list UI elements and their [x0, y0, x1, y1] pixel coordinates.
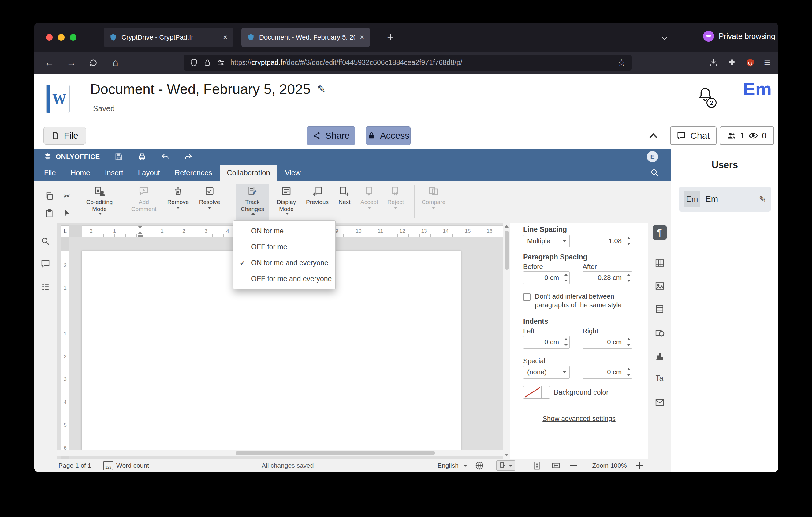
close-tab-icon[interactable]: ×	[223, 33, 228, 42]
redo-icon[interactable]	[184, 153, 193, 161]
fullscreen-window-button[interactable]	[70, 34, 77, 41]
bookmark-star-icon[interactable]: ☆	[617, 57, 626, 68]
menu-item-on-for-everyone[interactable]: ✓ON for me and everyone	[233, 255, 335, 271]
previous-change-button[interactable]: Previous	[301, 184, 333, 220]
extensions-icon[interactable]	[727, 58, 736, 67]
list-tabs-button[interactable]	[662, 35, 668, 38]
comments-panel-icon[interactable]	[41, 259, 50, 269]
url-text[interactable]: https://cryptpad.fr/doc/#/3/doc/edit/ff0…	[230, 58, 462, 67]
vertical-ruler[interactable]: 2 1 1 2 3 4 5 6	[61, 237, 69, 459]
collaborator-avatar[interactable]: E	[647, 151, 658, 162]
fit-page-button[interactable]	[532, 459, 542, 472]
share-button[interactable]: Share	[307, 127, 355, 145]
horizontal-scrollbar[interactable]	[57, 450, 503, 456]
display-mode-button[interactable]: Display Mode	[270, 184, 302, 220]
resolve-button[interactable]: Resolve	[194, 184, 225, 220]
tab-file[interactable]: File	[37, 165, 63, 181]
ublock-icon[interactable]	[746, 58, 755, 67]
background-color-picker[interactable]	[523, 386, 550, 399]
word-count-button[interactable]: 123 Word count	[104, 459, 149, 472]
scroll-up-arrow[interactable]	[504, 225, 509, 227]
shield-icon[interactable]	[190, 58, 198, 67]
vertical-scroll-thumb[interactable]	[504, 230, 509, 270]
tab-stop-selector[interactable]: L	[61, 225, 69, 237]
indent-right-spinner[interactable]: 0 cm	[583, 336, 632, 349]
new-tab-button[interactable]: +	[383, 30, 398, 45]
app-menu-icon[interactable]: ≡	[764, 56, 771, 69]
line-spacing-select[interactable]: Multiple	[523, 235, 570, 247]
notifications-button[interactable]: 2	[697, 86, 715, 108]
mail-merge-icon[interactable]	[655, 398, 665, 407]
presence-counts[interactable]: 1 0	[720, 127, 774, 145]
add-comment-button[interactable]: Add Comment	[128, 184, 160, 220]
remove-comment-button[interactable]: Remove	[163, 184, 193, 220]
permissions-icon[interactable]	[216, 58, 225, 67]
tab-document[interactable]: Document - Wed, February 5, 2025 ×	[241, 28, 370, 47]
chat-button[interactable]: Chat	[670, 127, 717, 145]
back-button[interactable]: ←	[40, 55, 59, 71]
scroll-down-arrow[interactable]	[504, 454, 509, 456]
spinner-up-icon[interactable]	[627, 237, 630, 239]
paragraph-settings-icon[interactable]: ¶	[652, 225, 667, 240]
tab-view[interactable]: View	[278, 165, 308, 181]
chevron-down-icon[interactable]	[541, 386, 550, 399]
edit-title-pencil-icon[interactable]: ✎	[317, 83, 325, 95]
compare-button[interactable]: Compare	[418, 184, 448, 220]
table-settings-icon[interactable]	[655, 258, 665, 268]
zoom-in-button[interactable]	[636, 459, 643, 472]
tab-home[interactable]: Home	[63, 165, 97, 181]
tab-cryptdrive[interactable]: CryptDrive - CryptPad.fr ×	[104, 28, 233, 47]
tab-collaboration[interactable]: Collaboration	[220, 165, 278, 181]
collapse-toolbar-button[interactable]	[642, 128, 666, 144]
track-changes-toggle[interactable]	[496, 459, 515, 472]
home-button[interactable]: ⌂	[106, 55, 125, 71]
menu-item-on-for-me[interactable]: ON for me	[233, 223, 335, 239]
shape-settings-icon[interactable]	[655, 328, 665, 338]
menu-item-off-for-me[interactable]: OFF for me	[233, 239, 335, 255]
document-title[interactable]: Document - Wed, February 5, 2025	[90, 81, 311, 98]
edit-name-pencil-icon[interactable]: ✎	[759, 194, 766, 204]
next-change-button[interactable]: Next	[332, 184, 357, 220]
image-settings-icon[interactable]	[655, 281, 665, 291]
minimize-window-button[interactable]	[58, 34, 64, 41]
spellcheck-globe-button[interactable]	[475, 459, 484, 472]
reject-change-button[interactable]: Reject	[382, 184, 409, 220]
textart-settings-icon[interactable]: Ta	[656, 374, 663, 383]
spacing-after-spinner[interactable]: 0.28 cm	[583, 271, 632, 284]
show-advanced-settings-link[interactable]: Show advanced settings	[510, 415, 648, 423]
downloads-icon[interactable]	[709, 58, 718, 67]
user-list-item[interactable]: Em Em ✎	[679, 187, 771, 212]
horizontal-scroll-thumb[interactable]	[236, 451, 435, 455]
accept-change-button[interactable]: Accept	[355, 184, 384, 220]
indent-left-spinner[interactable]: 0 cm	[523, 336, 570, 349]
navigation-headings-icon[interactable]	[41, 282, 50, 292]
menu-item-off-for-everyone[interactable]: OFF for me and everyone	[233, 271, 335, 287]
zoom-out-button[interactable]	[570, 459, 577, 472]
tab-insert[interactable]: Insert	[97, 165, 130, 181]
select-all-icon[interactable]	[62, 209, 71, 218]
spacing-before-spinner[interactable]: 0 cm	[523, 271, 570, 284]
track-changes-button[interactable]: Track Changes	[236, 184, 269, 220]
page-indicator[interactable]: Page 1 of 1	[58, 459, 91, 472]
close-window-button[interactable]	[46, 34, 53, 41]
tab-layout[interactable]: Layout	[130, 165, 167, 181]
vertical-scrollbar[interactable]	[503, 223, 510, 459]
chart-settings-icon[interactable]	[655, 351, 665, 361]
indent-markers[interactable]	[137, 226, 143, 237]
access-button[interactable]: Access	[366, 127, 411, 145]
address-bar[interactable]: https://cryptpad.fr/doc/#/3/doc/edit/ff0…	[183, 55, 632, 71]
paste-icon[interactable]	[45, 209, 54, 218]
find-icon[interactable]	[41, 237, 50, 246]
search-icon[interactable]	[650, 168, 659, 177]
file-menu-button[interactable]: File	[44, 127, 86, 144]
no-interval-checkbox[interactable]	[523, 293, 530, 301]
close-tab-icon[interactable]: ×	[359, 33, 365, 42]
account-initials[interactable]: Em	[743, 78, 772, 100]
cut-icon[interactable]: ✂	[63, 191, 70, 201]
reload-button[interactable]	[84, 55, 103, 71]
copy-icon[interactable]	[45, 191, 54, 200]
print-icon[interactable]	[138, 153, 146, 161]
undo-icon[interactable]	[161, 153, 170, 161]
spinner-down-icon[interactable]	[627, 243, 630, 245]
forward-button[interactable]: →	[62, 55, 81, 71]
